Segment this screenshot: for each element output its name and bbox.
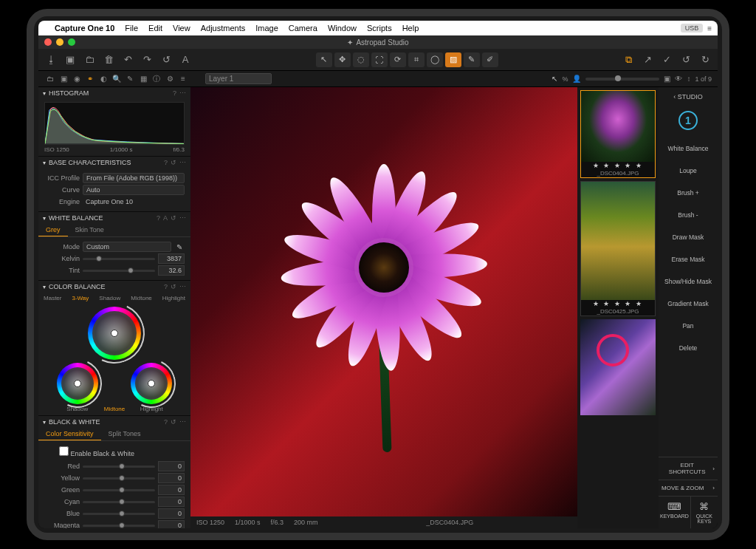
black-white-header[interactable]: ▾ BLACK & WHITE ?↺⋯ (38, 416, 190, 428)
sidebar-brush-minus[interactable]: Brush - (659, 204, 718, 226)
color-balance-header[interactable]: ▾ COLOR BALANCE ?↺⋯ (38, 281, 190, 293)
confirm-icon[interactable]: ✓ (660, 53, 673, 67)
bw-blue-slider[interactable] (83, 513, 155, 515)
import-icon[interactable]: ⭳ (44, 53, 58, 67)
cb-midtone-tab[interactable]: Midtone (131, 295, 151, 301)
menu-edit[interactable]: Edit (148, 24, 162, 33)
picker-tool-icon[interactable]: ✐ (482, 52, 498, 67)
reset-icon[interactable]: ↺ (171, 159, 176, 166)
spot-tool-icon[interactable]: ◯ (427, 52, 443, 67)
midtone-wheel[interactable] (88, 307, 141, 360)
base-characteristics-header[interactable]: ▾ BASE CHARACTERISTICS ?↺⋯ (38, 157, 190, 168)
capture-one-icon[interactable]: 1 (678, 111, 698, 130)
bw-sensitivity-tab[interactable]: Color Sensitivity (38, 428, 101, 440)
wb-mode-select[interactable]: Custom (83, 242, 171, 252)
loupe-tool-icon[interactable]: ◌ (353, 52, 369, 67)
help-icon[interactable]: ? (173, 89, 176, 97)
thumbnail-1-rating[interactable]: ★ ★ ★ ★ ★ (581, 162, 655, 169)
folder-icon[interactable]: 🗀 (83, 53, 96, 67)
select-tool-icon[interactable]: ↖ (316, 52, 332, 67)
maximize-button[interactable] (68, 38, 75, 46)
camera-icon[interactable]: ▣ (63, 53, 77, 67)
tint-value[interactable]: 32.6 (158, 265, 185, 276)
copy-adjustments-icon[interactable]: ⧉ (622, 53, 635, 67)
pan-tool-icon[interactable]: ✥ (334, 52, 351, 67)
cb-highlight-tab[interactable]: Highlight (162, 295, 185, 301)
menu-extras-icon[interactable]: ≡ (707, 24, 712, 33)
menu-icon[interactable]: ⋯ (179, 283, 186, 290)
cb-master-tab[interactable]: Master (44, 295, 61, 301)
bw-red-slider[interactable] (83, 466, 155, 468)
straighten-tool-icon[interactable]: ⟳ (390, 52, 406, 67)
bw-red-value[interactable]: 0 (158, 461, 185, 471)
help-icon[interactable]: ? (164, 418, 168, 426)
kelvin-value[interactable]: 3837 (158, 253, 185, 264)
exposure-tab-icon[interactable]: ◐ (97, 73, 109, 85)
image-viewer[interactable] (190, 87, 577, 516)
keystone-tool-icon[interactable]: ⌗ (408, 52, 425, 67)
thumbnail-2-rating[interactable]: ★ ★ ★ ★ ★ (581, 300, 655, 307)
zoom-fit-icon[interactable]: ▣ (664, 75, 670, 83)
redo-icon[interactable]: ↷ (140, 53, 154, 67)
quick-keys-button[interactable]: ⌘QUICK KEYS (691, 497, 718, 528)
color-tab-icon[interactable]: ⚭ (84, 73, 96, 85)
tint-slider[interactable] (83, 270, 155, 272)
app-menu[interactable]: Capture One 10 (55, 24, 114, 33)
bw-green-value[interactable]: 0 (158, 485, 185, 495)
annotation-icon[interactable]: A (179, 53, 192, 67)
sidebar-draw-mask[interactable]: Draw Mask (659, 226, 718, 248)
reset-icon[interactable]: ↺ (171, 283, 176, 290)
menu-file[interactable]: File (125, 24, 138, 33)
bw-green-slider[interactable] (83, 489, 155, 491)
sidebar-white-balance[interactable]: White Balance (659, 137, 718, 160)
library-tab-icon[interactable]: 🗀 (44, 73, 56, 85)
reset-icon[interactable]: ↺ (171, 214, 176, 222)
apply-adjustments-icon[interactable]: ↗ (641, 53, 654, 67)
thumbnail-2[interactable]: ★ ★ ★ ★ ★ _DSC0425.JPG (580, 181, 656, 316)
shadow-wheel[interactable] (57, 363, 98, 404)
minimize-button[interactable] (56, 38, 63, 46)
menu-adjustments[interactable]: Adjustments (201, 24, 246, 33)
menu-icon[interactable]: ⋯ (179, 418, 186, 426)
wb-grey-tab[interactable]: Grey (38, 224, 68, 236)
enable-bw-checkbox[interactable] (59, 446, 69, 456)
bw-cyan-value[interactable]: 0 (158, 497, 185, 507)
menu-icon[interactable]: ⋯ (179, 89, 186, 97)
menu-camera[interactable]: Camera (289, 24, 317, 33)
thumbnail-3[interactable] (580, 319, 656, 415)
details-tab-icon[interactable]: 🔍 (111, 73, 123, 85)
menu-view[interactable]: View (173, 24, 190, 33)
reset-icon[interactable]: ↺ (171, 418, 176, 426)
menu-help[interactable]: Help (402, 24, 419, 33)
sidebar-show-hide-mask[interactable]: Show/Hide Mask (659, 270, 718, 293)
menu-icon[interactable]: ⋯ (179, 159, 186, 166)
undo-icon[interactable]: ↶ (121, 53, 134, 67)
menu-image[interactable]: Image (255, 24, 278, 33)
rotate-left-icon[interactable]: ↺ (679, 53, 693, 67)
bw-magenta-slider[interactable] (83, 525, 155, 527)
adjust-icon[interactable]: ↕ (687, 75, 690, 83)
reset-icon[interactable]: ↺ (159, 53, 173, 67)
bw-blue-value[interactable]: 0 (158, 508, 185, 519)
icc-profile-select[interactable]: From File (Adobe RGB (1998)) (83, 173, 185, 183)
mask-tool-icon[interactable]: ▨ (445, 52, 461, 67)
sidebar-delete[interactable]: Delete (659, 337, 718, 359)
close-button[interactable] (44, 38, 52, 46)
keyboard-button[interactable]: ⌨KEYBOARD (659, 497, 691, 528)
layer-select[interactable]: Layer 1 (205, 73, 272, 84)
move-zoom-button[interactable]: MOVE & ZOOM› (659, 480, 718, 496)
help-icon[interactable]: ? (157, 214, 160, 222)
bw-yellow-value[interactable]: 0 (158, 473, 185, 483)
sidebar-loupe[interactable]: Loupe (659, 160, 718, 182)
adjustments-tab-icon[interactable]: ▦ (137, 73, 149, 85)
output-tab-icon[interactable]: ⚙ (164, 73, 176, 85)
kelvin-slider[interactable] (83, 258, 155, 260)
edit-shortcuts-button[interactable]: EDIT SHORTCUTS› (659, 457, 718, 480)
highlight-wheel[interactable] (131, 363, 172, 404)
menu-icon[interactable]: ⋯ (179, 214, 186, 222)
cb-shadow-tab[interactable]: Shadow (99, 295, 120, 301)
brush-tool-icon[interactable]: ✎ (464, 52, 480, 67)
cb-3way-tab[interactable]: 3-Way (72, 295, 89, 301)
wb-skin-tab[interactable]: Skin Tone (68, 224, 111, 236)
eyedropper-icon[interactable]: ✎ (174, 243, 185, 251)
